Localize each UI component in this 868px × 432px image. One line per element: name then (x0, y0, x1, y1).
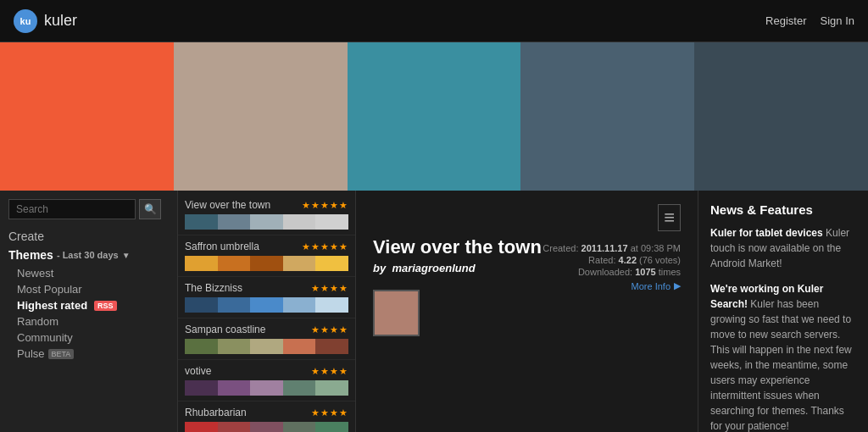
highest-rated-nav-item[interactable]: Highest rated RSS (8, 297, 169, 313)
theme-list-item[interactable]: Sampan coastline★★★★ (178, 318, 355, 360)
theme-name: View over the town (185, 199, 270, 211)
news-headline: Kuler for tablet devices (710, 227, 823, 239)
banner-swatch-4 (520, 42, 694, 191)
detail-title: View over the town (373, 236, 542, 258)
theme-list: View over the town★★★★★Saffron umbrella★… (178, 191, 356, 432)
swatch (218, 339, 251, 354)
random-nav-item[interactable]: Random (8, 313, 169, 330)
search-icon: 🔍 (144, 203, 157, 215)
themes-arrow-icon[interactable]: ▼ (122, 251, 131, 260)
swatch (315, 214, 348, 230)
swatch (250, 214, 283, 230)
detail-panel: ≡ View over the town by mariagroenlund C… (356, 191, 698, 432)
detail-swatch-preview (373, 290, 420, 336)
detail-toolbar: ≡ (373, 204, 681, 231)
pulse-label: Pulse (17, 347, 45, 360)
rss-badge: RSS (94, 301, 117, 311)
news-item: We're working on Kuler Search! Kuler has… (710, 281, 856, 432)
header-nav: Register Sign In (765, 14, 854, 27)
news-items-container: Kuler for tablet devices Kuler touch is … (710, 225, 856, 432)
theme-stars: ★★★★★ (302, 200, 348, 211)
logo-icon: ku (14, 9, 37, 33)
register-link[interactable]: Register (765, 14, 806, 27)
swatch (185, 339, 218, 354)
theme-stars: ★★★★ (311, 407, 348, 418)
pulse-nav-item[interactable]: Pulse BETA (8, 346, 169, 362)
swatch (283, 297, 316, 313)
news-headline: We're working on Kuler Search! (710, 283, 823, 310)
detail-created: Created: 2011.11.17 at 09:38 PM (542, 243, 681, 253)
swatch (315, 339, 348, 354)
swatch (315, 422, 348, 432)
theme-list-item[interactable]: Rhubarbarian★★★★ (178, 402, 355, 432)
swatch (218, 422, 251, 432)
banner-swatch-3 (348, 42, 521, 191)
theme-list-item[interactable]: View over the town★★★★★ (178, 194, 355, 235)
swatch (218, 297, 251, 313)
theme-name: The Bizzniss (185, 282, 242, 294)
theme-name: Rhubarbarian (185, 407, 247, 418)
theme-swatches (185, 380, 348, 396)
detail-downloaded: Downloaded: 1075 times (542, 267, 681, 277)
newest-nav-item[interactable]: Newest (8, 265, 169, 281)
swatch (250, 256, 283, 271)
banner-swatch-5 (694, 42, 868, 191)
swatch (185, 297, 218, 313)
create-nav-item[interactable]: Create (8, 230, 169, 243)
sidebar: Search 🔍 Create Themes - Last 30 days ▼ … (0, 191, 178, 432)
swatch (283, 339, 316, 354)
theme-stars: ★★★★★ (302, 241, 348, 252)
themes-label: Themes (8, 248, 53, 262)
community-nav-item[interactable]: Community (8, 330, 169, 346)
news-item: Kuler for tablet devices Kuler touch is … (710, 225, 856, 271)
theme-name: Sampan coastline (185, 324, 265, 335)
toolbar-menu-icon[interactable]: ≡ (658, 204, 681, 231)
swatch (185, 380, 218, 396)
swatch (315, 256, 348, 271)
theme-stars: ★★★★ (311, 324, 348, 335)
theme-swatches (185, 214, 348, 230)
swatch (315, 380, 348, 396)
theme-name: Saffron umbrella (185, 241, 259, 252)
swatch (283, 256, 316, 271)
swatch (250, 297, 283, 313)
app-name: kuler (44, 12, 77, 30)
swatch (283, 380, 316, 396)
theme-swatches (185, 256, 348, 271)
swatch (218, 214, 251, 230)
detail-meta: Created: 2011.11.17 at 09:38 PM Rated: 4… (542, 243, 681, 277)
search-input[interactable]: Search (8, 199, 136, 219)
theme-stars: ★★★★ (311, 366, 348, 377)
search-button[interactable]: 🔍 (139, 199, 161, 219)
signin-link[interactable]: Sign In (821, 14, 854, 27)
swatch (315, 297, 348, 313)
detail-top-row: View over the town by mariagroenlund Cre… (373, 236, 681, 347)
color-banner (0, 42, 868, 191)
search-area: Search 🔍 (8, 199, 169, 219)
theme-swatches (185, 422, 348, 432)
theme-list-item[interactable]: votive★★★★ (178, 360, 355, 402)
swatch (185, 256, 218, 271)
theme-name: votive (185, 365, 211, 377)
header: ku kuler Register Sign In (0, 0, 868, 42)
banner-swatch-2 (174, 42, 348, 191)
swatch (250, 380, 283, 396)
news-panel: News & Features Kuler for tablet devices… (698, 191, 868, 432)
swatch (185, 422, 218, 432)
most-popular-nav-item[interactable]: Most Popular (8, 281, 169, 297)
theme-list-item[interactable]: The Bizzniss★★★★ (178, 277, 355, 318)
more-info-button[interactable]: More Info ▶ (542, 280, 681, 291)
detail-by: by mariagroenlund (373, 262, 542, 274)
detail-rated: Rated: 4.22 (76 votes) (542, 255, 681, 265)
theme-swatches (185, 339, 348, 354)
swatch (250, 339, 283, 354)
theme-list-item[interactable]: Saffron umbrella★★★★★ (178, 235, 355, 277)
banner-swatch-1 (0, 42, 174, 191)
themes-period: - Last 30 days (57, 250, 119, 260)
swatch (185, 214, 218, 230)
swatch (218, 256, 251, 271)
theme-swatches (185, 297, 348, 313)
swatch (218, 380, 251, 396)
theme-stars: ★★★★ (311, 283, 348, 294)
news-title: News & Features (710, 202, 856, 217)
